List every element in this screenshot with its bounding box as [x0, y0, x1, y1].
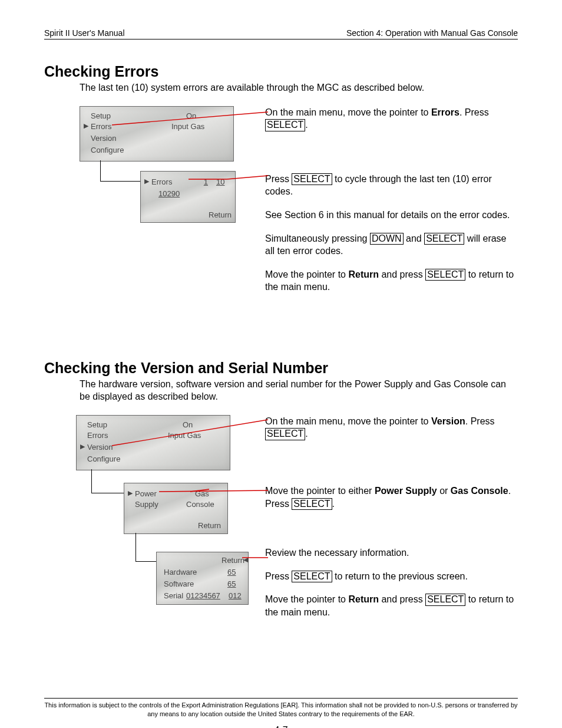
step-text: Press SELECT to cycle through the last t… — [265, 173, 518, 198]
step-text: On the main menu, move the pointer to Ve… — [265, 415, 518, 440]
menu-supply: Supply — [135, 500, 158, 509]
header-right: Section 4: Operation with Manual Gas Con… — [346, 28, 518, 38]
key-select: SELECT — [425, 594, 465, 605]
menu-return: Return — [198, 521, 221, 530]
step-text: Simultaneously pressing DOWN and SELECT … — [265, 232, 518, 258]
section-intro-version: The hardware version, software version a… — [80, 378, 518, 403]
step-text: On the main menu, move the pointer to Er… — [265, 106, 518, 131]
menu-errors: Errors — [87, 431, 108, 440]
menu-gas: Gas — [195, 489, 209, 498]
lcd-main-menu: ▶ Setup On Errors Input Gas Version Conf… — [80, 106, 234, 162]
menu-input-gas: Input Gas — [171, 122, 204, 131]
software-value: 65 — [227, 579, 236, 588]
menu-setup: Setup — [87, 420, 107, 429]
page-header: Spirit II User's Manual Section 4: Opera… — [44, 28, 518, 39]
key-select: SELECT — [265, 428, 305, 440]
hardware-label: Hardware — [164, 568, 197, 577]
serial-value-b: 012 — [229, 591, 242, 600]
menu-on: On — [183, 420, 193, 429]
error-index: 1 — [194, 177, 208, 186]
step-text: Move the pointer to Return and press SEL… — [265, 593, 518, 618]
step-text: Review the necessary information. — [265, 546, 518, 559]
pointer-icon: ◀ — [243, 556, 248, 564]
pointer-icon: ▶ — [128, 489, 133, 497]
step-text: Move the pointer to Return and press SEL… — [265, 268, 518, 294]
software-label: Software — [164, 579, 194, 588]
menu-errors: Errors — [91, 122, 111, 131]
section-title-version: Checking the Version and Serial Number — [44, 360, 518, 377]
step-text: See Section 6 in this manual for details… — [265, 209, 518, 222]
menu-configure: Configure — [91, 146, 124, 154]
serial-value-a: 01234567 — [186, 591, 220, 600]
error-total: 10 — [216, 177, 224, 186]
export-control-footer: This information is subject to the contr… — [44, 698, 518, 719]
menu-setup: Setup — [91, 111, 111, 120]
menu-input-gas: Input Gas — [168, 431, 201, 440]
key-select: SELECT — [425, 269, 465, 281]
lcd-main-menu: ▶ Setup On Errors Input Gas Version Conf… — [76, 415, 230, 470]
menu-on: On — [186, 111, 196, 120]
section-title-errors: Checking Errors — [44, 63, 518, 80]
serial-label: Serial — [164, 591, 183, 600]
key-select: SELECT — [424, 233, 464, 245]
error-code: 10290 — [158, 189, 180, 198]
lcd-errors: ▶ Errors 1 10 10290 Return — [140, 171, 236, 223]
key-select: SELECT — [265, 119, 305, 131]
menu-configure: Configure — [87, 454, 120, 463]
menu-version: Version — [87, 443, 113, 452]
lcd-version-menu: ▶ Power Gas Supply Console Return — [124, 483, 228, 534]
menu-return: Return — [222, 556, 244, 565]
key-select: SELECT — [292, 571, 332, 582]
key-select: SELECT — [292, 173, 332, 185]
lcd-version-detail: Return ◀ Hardware 65 Software 65 Serial … — [156, 552, 249, 605]
step-text: Press SELECT to return to the previous s… — [265, 570, 518, 583]
section-intro-errors: The last ten (10) system errors are avai… — [80, 81, 518, 94]
pointer-icon: ▶ — [84, 122, 88, 130]
pointer-icon: ▶ — [80, 443, 85, 450]
key-down: DOWN — [370, 233, 404, 245]
errors-label: Errors — [151, 177, 172, 186]
pointer-icon: ▶ — [144, 177, 149, 185]
page-number: 4-7 — [44, 725, 518, 728]
errors-return: Return — [209, 210, 232, 219]
step-text: Move the pointer to either Power Supply … — [265, 485, 518, 510]
menu-version: Version — [91, 134, 116, 143]
key-select: SELECT — [292, 498, 332, 510]
menu-power: Power — [135, 489, 157, 498]
hardware-value: 65 — [227, 568, 236, 577]
menu-console: Console — [186, 500, 214, 509]
header-left: Spirit II User's Manual — [44, 28, 125, 38]
